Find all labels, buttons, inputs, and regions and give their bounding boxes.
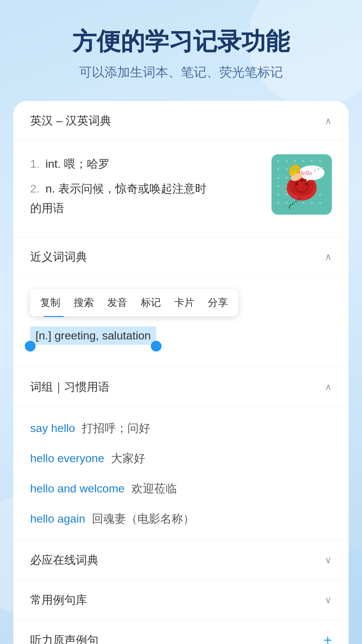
header-subtitle: 可以添加生词本、笔记、荧光笔标记 [20,64,342,81]
svg-point-5 [311,160,313,162]
phrases-section-header[interactable]: 词组｜习惯用语 ∧ [13,367,349,407]
context-menu-search[interactable]: 搜索 [74,296,94,310]
phrase-item-1: say hello 打招呼；问好 [30,421,332,436]
svg-point-34 [305,182,308,185]
context-menu: 复制 搜索 发音 标记 卡片 分享 [30,289,238,316]
def-number-2: 2. [30,182,40,195]
main-card: 英汉 – 汉英词典 ∧ 1. int. 喂；哈罗 2. n. 表示问候，惊奇或唤… [13,101,349,644]
svg-point-28 [319,202,321,204]
svg-point-7 [277,168,279,170]
svg-point-13 [277,177,279,179]
phrase-chinese-4: 回魂妻（电影名称） [92,511,194,527]
svg-point-15 [277,185,279,187]
context-menu-share[interactable]: 分享 [208,296,228,310]
phrase-chinese-2: 大家好 [111,451,145,466]
biying-chevron-down-icon: ∨ [325,554,332,566]
hello-image: Hello [272,154,332,215]
svg-point-26 [302,202,304,204]
selection-handle-right[interactable] [151,341,162,352]
phrase-item-2: hello everyone 大家好 [30,451,332,466]
svg-point-35 [296,182,298,185]
svg-point-2 [286,160,288,162]
phrase-english-3[interactable]: hello and welcome [30,482,125,495]
svg-point-40 [314,169,316,171]
svg-point-33 [300,179,303,182]
definition-item-2: 2. n. 表示问候，惊奇或唤起注意时的用语 [30,179,261,218]
svg-point-6 [319,160,321,162]
context-menu-copy[interactable]: 复制 [40,296,60,310]
synonym-section-header[interactable]: 近义词词典 ∧ [13,237,349,277]
svg-point-22 [319,194,321,196]
phrase-item-3: hello and welcome 欢迎莅临 [30,481,332,496]
phrase-english-2[interactable]: hello everyone [30,452,104,465]
synonym-section-content: 复制 搜索 发音 标记 卡片 分享 [n.] greeting, salutat… [13,277,349,367]
synonym-selected-text: [n.] greeting, salutation [30,326,156,345]
examples-section-title: 常用例句库 [30,592,87,608]
svg-point-23 [277,202,279,204]
def-type-2: n. 表示问候，惊奇或唤起注意时的用语 [30,182,206,214]
svg-point-18 [286,194,288,196]
context-menu-card[interactable]: 卡片 [174,296,194,310]
phrase-english-4[interactable]: hello again [30,512,85,525]
header-section: 方便的学习记录功能 可以添加生词本、笔记、荧光笔标记 [0,0,362,101]
phrase-english-1[interactable]: say hello [30,422,75,435]
svg-point-3 [294,160,296,162]
audio-section-title: 听力原声例句 [30,633,99,644]
phrases-chevron-up-icon: ∧ [325,381,332,392]
synonym-chevron-up-icon: ∧ [325,251,332,262]
header-title: 方便的学习记录功能 [20,27,342,56]
svg-point-32 [296,181,307,192]
phrase-chinese-3: 欢迎莅临 [131,481,177,496]
svg-point-4 [302,160,304,162]
phrase-item-4: hello again 回魂妻（电影名称） [30,511,332,527]
add-icon[interactable]: + [323,632,332,644]
phrase-chinese-1: 打招呼；问好 [82,421,150,436]
svg-point-8 [286,168,288,170]
selection-handle-left[interactable] [25,341,36,352]
svg-point-42 [321,167,323,169]
phrases-section-title: 词组｜习惯用语 [30,379,110,395]
svg-point-24 [286,202,288,204]
svg-point-1 [277,160,279,162]
dictionary-chevron-up-icon: ∧ [325,115,332,126]
def-number-1: 1. [30,157,40,170]
svg-point-14 [286,177,288,179]
svg-point-27 [311,202,313,204]
svg-point-41 [317,168,319,170]
examples-chevron-down-icon: ∨ [325,594,332,605]
dictionary-section-title: 英汉 – 汉英词典 [30,113,111,128]
context-menu-pronounce[interactable]: 发音 [107,296,127,310]
audio-section-header[interactable]: 听力原声例句 + [13,620,349,644]
synonym-selected-text-container: [n.] greeting, salutation [30,326,156,345]
svg-point-17 [277,194,279,196]
dictionary-section-header[interactable]: 英汉 – 汉英词典 ∧ [13,101,349,141]
def-type-1: int. 喂；哈罗 [46,157,110,170]
definition-section: 1. int. 喂；哈罗 2. n. 表示问候，惊奇或唤起注意时的用语 [13,141,349,237]
biying-section-title: 必应在线词典 [30,552,99,568]
definition-item-1: 1. int. 喂；哈罗 [30,154,261,174]
synonym-section-title: 近义词词典 [30,249,87,265]
definition-text: 1. int. 喂；哈罗 2. n. 表示问候，惊奇或唤起注意时的用语 [30,154,272,223]
context-menu-mark[interactable]: 标记 [141,296,161,310]
examples-section-header[interactable]: 常用例句库 ∨ [13,580,349,620]
phrases-section-content: say hello 打招呼；问好 hello everyone 大家好 hell… [13,407,349,540]
biyng-section-header[interactable]: 必应在线词典 ∨ [13,540,349,580]
